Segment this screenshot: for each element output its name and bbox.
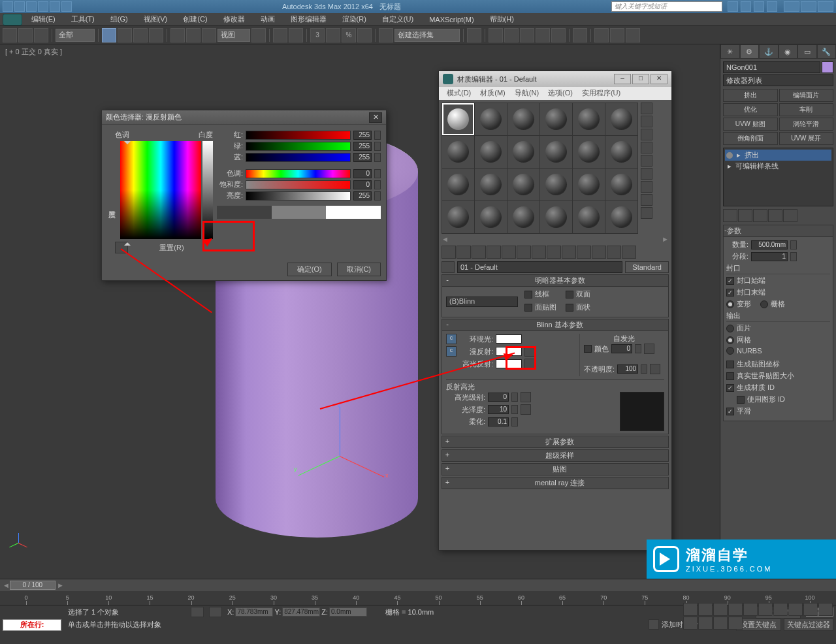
- render-frame-icon[interactable]: [610, 28, 624, 42]
- blue-spinner[interactable]: [374, 153, 381, 162]
- bind-icon[interactable]: [34, 28, 48, 42]
- menu-views[interactable]: 视图(V): [137, 13, 174, 25]
- make-preview-icon[interactable]: [641, 168, 652, 180]
- make-unique-stack-icon[interactable]: [753, 209, 767, 222]
- mat-id-icon[interactable]: [547, 246, 561, 259]
- material-slot[interactable]: [507, 136, 539, 168]
- key-mode-icon[interactable]: [758, 603, 773, 616]
- snap-icon[interactable]: 3: [310, 28, 325, 42]
- reset-map-icon[interactable]: [487, 246, 501, 259]
- angle-snap-icon[interactable]: [326, 28, 340, 42]
- help-search-input[interactable]: 键入关键字或短语: [611, 1, 722, 12]
- move-icon[interactable]: [170, 28, 185, 42]
- pin-stack-icon[interactable]: [723, 209, 737, 222]
- menu-group[interactable]: 组(G): [104, 13, 135, 25]
- mod-optimize-button[interactable]: 优化: [723, 103, 778, 116]
- speclevel-spinner[interactable]: [511, 393, 518, 402]
- facemap-checkbox[interactable]: [524, 304, 532, 312]
- material-slot[interactable]: [540, 103, 572, 135]
- qat-redo-icon[interactable]: [50, 1, 60, 12]
- sat-value[interactable]: 0: [353, 180, 372, 189]
- keymode-icon[interactable]: [289, 28, 303, 42]
- cancel-button[interactable]: 取消(C): [337, 263, 381, 276]
- gloss-spinner[interactable]: [511, 405, 518, 414]
- pivot-icon[interactable]: [251, 28, 266, 42]
- prev-frame-icon[interactable]: [698, 603, 713, 616]
- cap-end-checkbox[interactable]: [726, 289, 734, 297]
- color-dlg-close-icon[interactable]: ✕: [369, 112, 382, 123]
- material-slot[interactable]: [475, 136, 507, 168]
- material-slot[interactable]: [573, 136, 605, 168]
- menu-animation[interactable]: 动画: [254, 13, 281, 25]
- nav-zoom-icon[interactable]: [788, 603, 803, 616]
- tag-icon[interactable]: [649, 619, 659, 630]
- close-button[interactable]: [818, 1, 833, 12]
- blue-value[interactable]: 255: [353, 153, 372, 162]
- 2sided-checkbox[interactable]: [566, 291, 573, 298]
- mat-minimize-icon[interactable]: –: [614, 74, 631, 84]
- qat-open-icon[interactable]: [14, 1, 25, 12]
- lock-selection-icon[interactable]: [191, 607, 204, 617]
- material-name-combo[interactable]: 01 - Default: [457, 261, 622, 273]
- faceted-checkbox[interactable]: [566, 304, 573, 312]
- selfillum-spinner[interactable]: [635, 344, 641, 353]
- mod-lathe-button[interactable]: 车削: [779, 103, 834, 116]
- viewport[interactable]: [ + 0 正交 0 真实 ] z x y 颜色选择器: 漫反射颜色 ✕ 黑度: [0, 44, 720, 579]
- edit-named-sel-icon[interactable]: [379, 28, 393, 42]
- material-slot[interactable]: [540, 169, 572, 201]
- shader-rollout-header[interactable]: -明暗器基本参数: [442, 274, 669, 287]
- material-slot[interactable]: [540, 136, 572, 168]
- material-slot[interactable]: [605, 201, 637, 233]
- nav-pan-icon[interactable]: [698, 617, 713, 630]
- amount-value[interactable]: 500.0mm: [751, 240, 788, 250]
- align-icon[interactable]: [489, 28, 503, 42]
- star-icon[interactable]: [754, 1, 764, 12]
- green-value[interactable]: 255: [353, 142, 372, 151]
- realworld-checkbox[interactable]: [726, 372, 734, 380]
- y-coord-field[interactable]: 827.478mm: [282, 607, 320, 617]
- maps-rollout-header[interactable]: +贴图: [442, 463, 669, 475]
- time-slider-bar[interactable]: ◄ 0 / 100 ►: [0, 579, 836, 591]
- material-slot[interactable]: [442, 169, 474, 201]
- modifier-stack[interactable]: ▸挤出 ▸可编辑样条线: [723, 148, 833, 206]
- named-sel-combo[interactable]: 创建选择集: [394, 29, 460, 42]
- gloss-map-button[interactable]: [521, 404, 531, 415]
- time-config-icon[interactable]: [773, 603, 788, 616]
- remove-mod-icon[interactable]: [768, 209, 782, 222]
- opacity-value[interactable]: 100: [617, 364, 638, 374]
- menu-customize[interactable]: 自定义(U): [376, 13, 420, 25]
- mat-titlebar[interactable]: 材质编辑器 - 01 - Default – □ ✕: [439, 71, 671, 87]
- mat-close-icon[interactable]: ✕: [651, 74, 667, 84]
- qat-more-icon[interactable]: [61, 1, 72, 12]
- minimize-button[interactable]: [784, 1, 799, 12]
- params-rollout-header[interactable]: -参数: [723, 225, 833, 237]
- hierarchy-tab-icon[interactable]: ⚓: [759, 44, 779, 59]
- menu-modifiers[interactable]: 修改器: [217, 13, 251, 25]
- put-to-lib-icon[interactable]: [532, 246, 546, 259]
- selfillum-checkbox[interactable]: [584, 345, 592, 353]
- percent-snap-icon[interactable]: %: [342, 28, 356, 42]
- window-crossing-icon[interactable]: [149, 28, 163, 42]
- go-forward-icon[interactable]: [622, 246, 636, 259]
- render-setup-icon[interactable]: [594, 28, 609, 42]
- nav-fov-icon[interactable]: [683, 617, 698, 630]
- red-slider[interactable]: [246, 131, 351, 140]
- specular-swatch[interactable]: [496, 359, 522, 368]
- material-editor-icon[interactable]: [573, 28, 587, 42]
- selection-filter-combo[interactable]: 全部: [56, 29, 95, 42]
- object-name-field[interactable]: NGon001: [723, 61, 820, 73]
- time-slider-handle[interactable]: 0 / 100: [10, 581, 56, 590]
- blue-slider[interactable]: [246, 153, 351, 162]
- help-icon[interactable]: [767, 1, 777, 12]
- mat-map-nav-icon[interactable]: [641, 207, 652, 219]
- configure-sets-icon[interactable]: [783, 209, 797, 222]
- speclevel-map-button[interactable]: [521, 392, 531, 402]
- menu-help[interactable]: 帮助(H): [483, 13, 521, 25]
- put-to-scene-icon[interactable]: [457, 246, 471, 259]
- bulb-icon[interactable]: [726, 152, 733, 159]
- blinn-rollout-header[interactable]: -Blinn 基本参数: [442, 319, 669, 331]
- material-slot[interactable]: [442, 136, 474, 168]
- modify-tab-icon[interactable]: ⚙: [740, 44, 760, 59]
- menu-maxscript[interactable]: MAXScript(M): [423, 14, 480, 25]
- material-slot[interactable]: [507, 201, 539, 233]
